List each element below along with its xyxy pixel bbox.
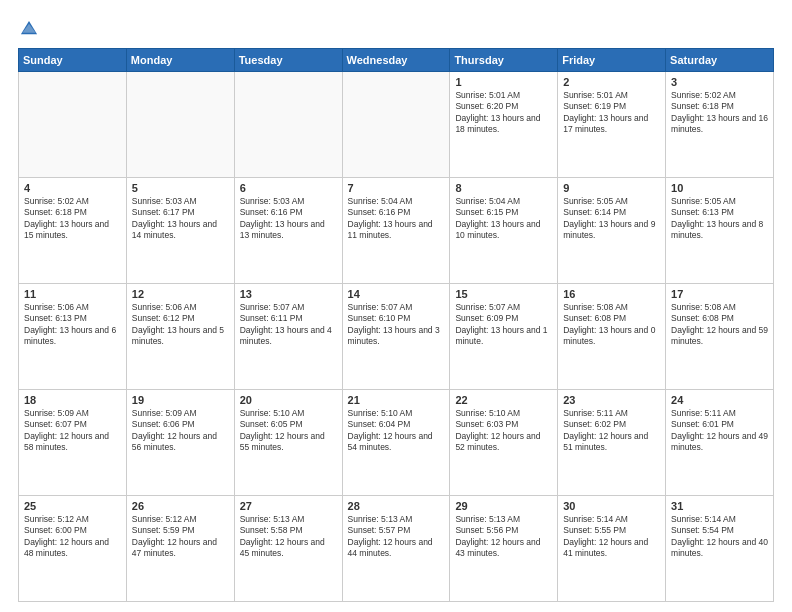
calendar-cell: 3Sunrise: 5:02 AMSunset: 6:18 PMDaylight…: [666, 72, 774, 178]
day-info: Sunrise: 5:03 AMSunset: 6:17 PMDaylight:…: [132, 196, 229, 242]
calendar-cell: 9Sunrise: 5:05 AMSunset: 6:14 PMDaylight…: [558, 178, 666, 284]
calendar-cell: 13Sunrise: 5:07 AMSunset: 6:11 PMDayligh…: [234, 284, 342, 390]
day-info: Sunrise: 5:07 AMSunset: 6:11 PMDaylight:…: [240, 302, 337, 348]
day-number: 13: [240, 288, 337, 300]
calendar-cell: 20Sunrise: 5:10 AMSunset: 6:05 PMDayligh…: [234, 390, 342, 496]
weekday-header: Wednesday: [342, 49, 450, 72]
calendar-header: SundayMondayTuesdayWednesdayThursdayFrid…: [19, 49, 774, 72]
svg-marker-1: [22, 24, 35, 33]
day-info: Sunrise: 5:10 AMSunset: 6:04 PMDaylight:…: [348, 408, 445, 454]
day-info: Sunrise: 5:03 AMSunset: 6:16 PMDaylight:…: [240, 196, 337, 242]
calendar-cell: 5Sunrise: 5:03 AMSunset: 6:17 PMDaylight…: [126, 178, 234, 284]
day-info: Sunrise: 5:01 AMSunset: 6:19 PMDaylight:…: [563, 90, 660, 136]
calendar-body: 1Sunrise: 5:01 AMSunset: 6:20 PMDaylight…: [19, 72, 774, 602]
day-number: 3: [671, 76, 768, 88]
day-number: 28: [348, 500, 445, 512]
calendar-cell: 12Sunrise: 5:06 AMSunset: 6:12 PMDayligh…: [126, 284, 234, 390]
calendar-cell: 22Sunrise: 5:10 AMSunset: 6:03 PMDayligh…: [450, 390, 558, 496]
calendar-cell: 21Sunrise: 5:10 AMSunset: 6:04 PMDayligh…: [342, 390, 450, 496]
day-info: Sunrise: 5:13 AMSunset: 5:56 PMDaylight:…: [455, 514, 552, 560]
day-number: 7: [348, 182, 445, 194]
day-info: Sunrise: 5:06 AMSunset: 6:13 PMDaylight:…: [24, 302, 121, 348]
calendar-week-row: 4Sunrise: 5:02 AMSunset: 6:18 PMDaylight…: [19, 178, 774, 284]
calendar-cell: [126, 72, 234, 178]
day-number: 27: [240, 500, 337, 512]
calendar-cell: 25Sunrise: 5:12 AMSunset: 6:00 PMDayligh…: [19, 496, 127, 602]
day-number: 26: [132, 500, 229, 512]
weekday-header: Monday: [126, 49, 234, 72]
day-info: Sunrise: 5:02 AMSunset: 6:18 PMDaylight:…: [671, 90, 768, 136]
weekday-row: SundayMondayTuesdayWednesdayThursdayFrid…: [19, 49, 774, 72]
logo: [18, 18, 44, 40]
day-number: 11: [24, 288, 121, 300]
weekday-header: Tuesday: [234, 49, 342, 72]
day-number: 24: [671, 394, 768, 406]
logo-icon: [18, 18, 40, 40]
day-info: Sunrise: 5:06 AMSunset: 6:12 PMDaylight:…: [132, 302, 229, 348]
day-info: Sunrise: 5:11 AMSunset: 6:02 PMDaylight:…: [563, 408, 660, 454]
calendar-cell: 19Sunrise: 5:09 AMSunset: 6:06 PMDayligh…: [126, 390, 234, 496]
day-info: Sunrise: 5:10 AMSunset: 6:03 PMDaylight:…: [455, 408, 552, 454]
calendar-cell: 29Sunrise: 5:13 AMSunset: 5:56 PMDayligh…: [450, 496, 558, 602]
calendar-cell: 27Sunrise: 5:13 AMSunset: 5:58 PMDayligh…: [234, 496, 342, 602]
day-info: Sunrise: 5:04 AMSunset: 6:15 PMDaylight:…: [455, 196, 552, 242]
calendar-cell: 14Sunrise: 5:07 AMSunset: 6:10 PMDayligh…: [342, 284, 450, 390]
day-number: 1: [455, 76, 552, 88]
day-number: 25: [24, 500, 121, 512]
day-info: Sunrise: 5:12 AMSunset: 5:59 PMDaylight:…: [132, 514, 229, 560]
day-number: 12: [132, 288, 229, 300]
weekday-header: Saturday: [666, 49, 774, 72]
calendar-cell: 30Sunrise: 5:14 AMSunset: 5:55 PMDayligh…: [558, 496, 666, 602]
calendar-cell: 10Sunrise: 5:05 AMSunset: 6:13 PMDayligh…: [666, 178, 774, 284]
calendar-cell: 24Sunrise: 5:11 AMSunset: 6:01 PMDayligh…: [666, 390, 774, 496]
calendar-week-row: 11Sunrise: 5:06 AMSunset: 6:13 PMDayligh…: [19, 284, 774, 390]
day-number: 5: [132, 182, 229, 194]
day-number: 19: [132, 394, 229, 406]
calendar-week-row: 25Sunrise: 5:12 AMSunset: 6:00 PMDayligh…: [19, 496, 774, 602]
day-info: Sunrise: 5:08 AMSunset: 6:08 PMDaylight:…: [671, 302, 768, 348]
calendar-cell: 23Sunrise: 5:11 AMSunset: 6:02 PMDayligh…: [558, 390, 666, 496]
day-info: Sunrise: 5:14 AMSunset: 5:54 PMDaylight:…: [671, 514, 768, 560]
day-info: Sunrise: 5:09 AMSunset: 6:06 PMDaylight:…: [132, 408, 229, 454]
day-number: 22: [455, 394, 552, 406]
calendar-week-row: 18Sunrise: 5:09 AMSunset: 6:07 PMDayligh…: [19, 390, 774, 496]
page: SundayMondayTuesdayWednesdayThursdayFrid…: [0, 0, 792, 612]
day-number: 31: [671, 500, 768, 512]
day-number: 14: [348, 288, 445, 300]
calendar-cell: 11Sunrise: 5:06 AMSunset: 6:13 PMDayligh…: [19, 284, 127, 390]
day-number: 17: [671, 288, 768, 300]
calendar-cell: 8Sunrise: 5:04 AMSunset: 6:15 PMDaylight…: [450, 178, 558, 284]
day-number: 6: [240, 182, 337, 194]
calendar-cell: 26Sunrise: 5:12 AMSunset: 5:59 PMDayligh…: [126, 496, 234, 602]
day-info: Sunrise: 5:14 AMSunset: 5:55 PMDaylight:…: [563, 514, 660, 560]
day-info: Sunrise: 5:13 AMSunset: 5:57 PMDaylight:…: [348, 514, 445, 560]
day-number: 29: [455, 500, 552, 512]
calendar-cell: 17Sunrise: 5:08 AMSunset: 6:08 PMDayligh…: [666, 284, 774, 390]
day-info: Sunrise: 5:13 AMSunset: 5:58 PMDaylight:…: [240, 514, 337, 560]
day-number: 4: [24, 182, 121, 194]
weekday-header: Sunday: [19, 49, 127, 72]
calendar-cell: 6Sunrise: 5:03 AMSunset: 6:16 PMDaylight…: [234, 178, 342, 284]
header: [18, 18, 774, 40]
calendar-cell: 28Sunrise: 5:13 AMSunset: 5:57 PMDayligh…: [342, 496, 450, 602]
calendar-cell: 31Sunrise: 5:14 AMSunset: 5:54 PMDayligh…: [666, 496, 774, 602]
day-number: 2: [563, 76, 660, 88]
weekday-header: Friday: [558, 49, 666, 72]
day-info: Sunrise: 5:07 AMSunset: 6:10 PMDaylight:…: [348, 302, 445, 348]
day-number: 23: [563, 394, 660, 406]
calendar-cell: 15Sunrise: 5:07 AMSunset: 6:09 PMDayligh…: [450, 284, 558, 390]
day-number: 15: [455, 288, 552, 300]
calendar-cell: [342, 72, 450, 178]
calendar-cell: [19, 72, 127, 178]
calendar-cell: 1Sunrise: 5:01 AMSunset: 6:20 PMDaylight…: [450, 72, 558, 178]
day-number: 20: [240, 394, 337, 406]
day-info: Sunrise: 5:01 AMSunset: 6:20 PMDaylight:…: [455, 90, 552, 136]
day-number: 8: [455, 182, 552, 194]
calendar-cell: [234, 72, 342, 178]
day-info: Sunrise: 5:10 AMSunset: 6:05 PMDaylight:…: [240, 408, 337, 454]
weekday-header: Thursday: [450, 49, 558, 72]
day-number: 18: [24, 394, 121, 406]
calendar-cell: 7Sunrise: 5:04 AMSunset: 6:16 PMDaylight…: [342, 178, 450, 284]
day-info: Sunrise: 5:08 AMSunset: 6:08 PMDaylight:…: [563, 302, 660, 348]
day-info: Sunrise: 5:11 AMSunset: 6:01 PMDaylight:…: [671, 408, 768, 454]
